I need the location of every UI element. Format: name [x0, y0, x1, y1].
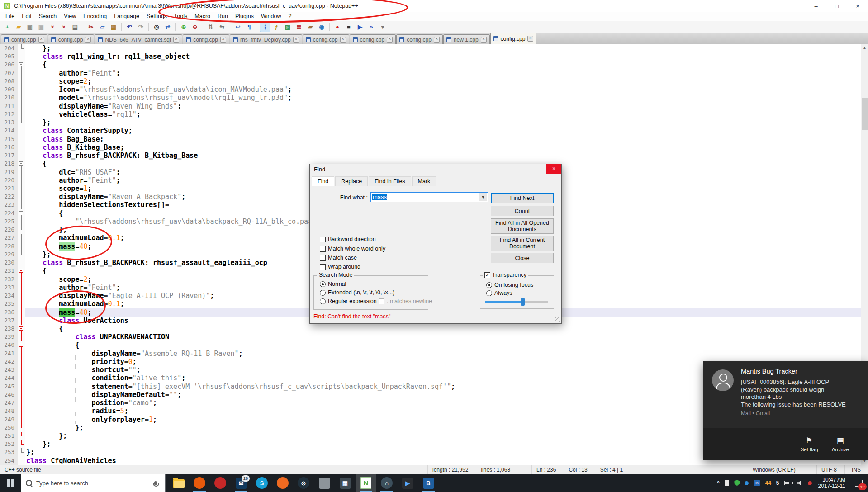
redo-icon[interactable]: ↷ — [135, 21, 146, 32]
fold-margin[interactable] — [18, 391, 25, 399]
code-line-209[interactable]: 209 Icon="\rhsusf\addons\rhsusf_uav\data… — [0, 85, 861, 94]
fold-margin[interactable] — [18, 407, 25, 415]
taskbar-bug-tracker-b[interactable]: B — [418, 474, 439, 492]
insert-mode[interactable]: INS — [852, 467, 861, 473]
fold-margin[interactable] — [18, 374, 25, 382]
fold-margin[interactable] — [18, 168, 25, 176]
macro-multi-play-icon[interactable]: » — [366, 21, 377, 32]
fold-margin[interactable] — [18, 267, 25, 275]
fold-margin[interactable] — [18, 102, 25, 110]
menu-item-window[interactable]: Window — [257, 12, 285, 21]
code-line-215[interactable]: 215 class Bag_Base; — [0, 135, 861, 143]
menu-item-encoding[interactable]: Encoding — [80, 12, 110, 21]
tab-close-icon[interactable]: × — [38, 37, 44, 43]
fold-margin[interactable] — [18, 358, 25, 366]
tab-close-icon[interactable]: × — [173, 37, 179, 43]
fold-margin[interactable] — [18, 44, 25, 52]
normal-radio[interactable]: Normal — [320, 281, 346, 287]
find-all-opened-button[interactable]: Find All in All Opened Documents — [491, 218, 554, 234]
fold-margin[interactable] — [18, 317, 25, 325]
tray-volume[interactable] — [797, 481, 803, 486]
taskbar-browser[interactable] — [210, 474, 231, 492]
fold-collapse-icon[interactable] — [19, 161, 23, 166]
action-center-button[interactable]: 12 — [849, 474, 868, 492]
tab-close-icon[interactable]: × — [293, 37, 299, 43]
menu-item-view[interactable]: View — [60, 12, 80, 21]
cut-icon[interactable]: ✂ — [85, 21, 96, 32]
paste-icon[interactable]: ▦ — [108, 21, 119, 32]
set-flag-button[interactable]: ⚑Set flag — [801, 436, 818, 452]
fold-margin[interactable] — [18, 300, 25, 308]
wrap-around-checkbox[interactable]: Wrap around — [320, 264, 360, 270]
doc-map-icon[interactable]: ▧ — [282, 21, 293, 32]
match-whole-word-checkbox[interactable]: Match whole word only — [320, 246, 385, 252]
notification-toast[interactable]: Mantis Bug Tracker [USAF 0003856]: Eagle… — [703, 361, 868, 460]
dialog-close-button[interactable]: × — [546, 164, 561, 174]
replace-icon[interactable]: ⇄ — [162, 21, 173, 32]
combo-dropdown-icon[interactable]: ▼ — [479, 193, 487, 201]
always-radio[interactable]: Always — [486, 290, 512, 296]
tab-9-config.cpp[interactable]: config.cpp× — [490, 33, 537, 44]
dialog-tab-replace[interactable]: Replace — [335, 176, 368, 186]
close-doc-icon[interactable]: × — [47, 21, 58, 32]
sync-vertical-icon[interactable]: ⇅ — [205, 21, 216, 32]
fold-margin[interactable] — [18, 448, 25, 456]
taskbar-steam[interactable]: ⊙ — [293, 474, 314, 492]
macro-save-icon[interactable]: ▾ — [377, 21, 388, 32]
fold-margin[interactable] — [18, 292, 25, 300]
fold-margin[interactable] — [18, 341, 25, 349]
on-losing-focus-radio[interactable]: On losing focus — [486, 282, 533, 288]
taskbar-notepad-plus-plus[interactable]: N — [356, 474, 376, 492]
code-line-204[interactable]: 204 }; — [0, 44, 861, 52]
minimize-button[interactable]: – — [806, 0, 826, 12]
zoom-in-icon[interactable]: ⊕ — [178, 21, 189, 32]
menu-item-macro[interactable]: Macro — [191, 12, 214, 21]
fold-margin[interactable] — [18, 176, 25, 184]
fold-margin[interactable] — [18, 350, 25, 358]
macro-play-icon[interactable]: ▶ — [355, 21, 365, 32]
tray-red-status[interactable] — [808, 481, 812, 485]
tab-close-icon[interactable]: × — [434, 37, 440, 43]
fold-margin[interactable] — [18, 218, 25, 226]
new-file-icon[interactable]: + — [2, 21, 13, 32]
tray-counter-5[interactable]: 5 — [776, 480, 779, 486]
fold-margin[interactable] — [18, 209, 25, 218]
tab-0-config.cpp[interactable]: config.cpp× — [1, 34, 47, 44]
fold-margin[interactable] — [18, 77, 25, 85]
tab-3-config.cpp[interactable]: config.cpp× — [183, 34, 229, 44]
matches-newline-checkbox[interactable]: . matches newline — [379, 298, 432, 304]
code-line-210[interactable]: 210 model="\rhsusf\addons\rhsusf_uav\mod… — [0, 94, 861, 102]
dialog-tab-find-in-files[interactable]: Find in Files — [369, 176, 411, 186]
start-button[interactable] — [0, 474, 21, 492]
menu-item-item[interactable]: ? — [285, 12, 295, 21]
tab-close-icon[interactable]: × — [220, 37, 226, 43]
copy-icon[interactable]: ▱ — [97, 21, 108, 32]
match-case-checkbox[interactable]: Match case — [320, 255, 357, 261]
code-line-212[interactable]: 212 vehicleClass="rq11"; — [0, 110, 861, 118]
taskbar-teamspeak[interactable]: ∩ — [376, 474, 397, 492]
find-icon[interactable]: ◎ — [151, 21, 162, 32]
undo-icon[interactable]: ↶ — [124, 21, 135, 32]
open-folder-icon[interactable]: ▰ — [13, 21, 24, 32]
find-next-button[interactable]: Find Next — [491, 193, 554, 203]
print-icon[interactable]: ▤ — [70, 21, 81, 32]
fold-margin[interactable] — [18, 69, 25, 77]
fold-collapse-icon[interactable] — [19, 343, 23, 347]
menu-item-file[interactable]: File — [2, 12, 18, 21]
tray-battery[interactable] — [784, 481, 792, 485]
menu-item-plugins[interactable]: Plugins — [232, 12, 257, 21]
save-icon[interactable]: ▣ — [24, 21, 35, 32]
taskbar-file-explorer[interactable] — [168, 474, 189, 492]
tab-close-icon[interactable]: × — [85, 37, 91, 43]
fold-margin[interactable] — [18, 242, 25, 251]
tab-close-icon[interactable]: × — [481, 37, 487, 43]
code-line-213[interactable]: 213 }; — [0, 118, 861, 127]
find-what-input[interactable]: mass ▼ — [370, 192, 488, 202]
close-all-icon[interactable]: × — [58, 21, 69, 32]
fold-collapse-icon[interactable] — [19, 326, 23, 331]
code-line-238[interactable]: 238 { — [0, 325, 861, 333]
fold-collapse-icon[interactable] — [19, 269, 23, 273]
show-symbols-icon[interactable]: ¶ — [244, 21, 255, 32]
fold-margin[interactable] — [18, 284, 25, 292]
menu-item-search[interactable]: Search — [35, 12, 61, 21]
